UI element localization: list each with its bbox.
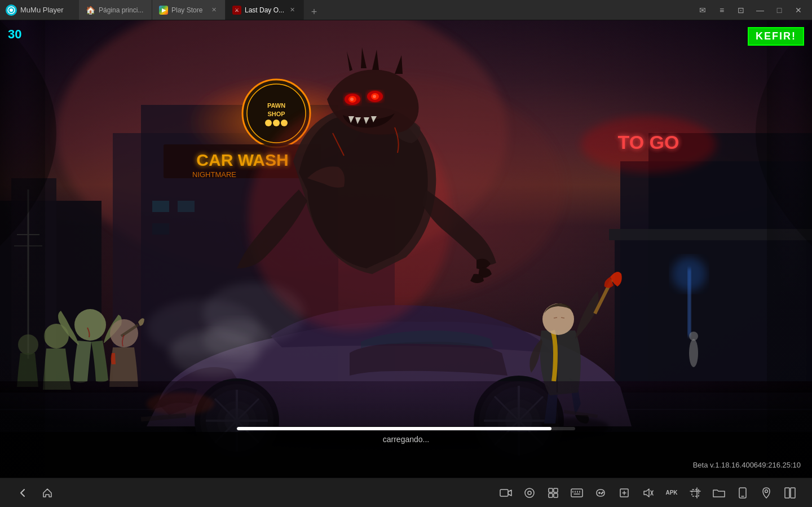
svg-point-103	[601, 492, 603, 494]
svg-point-18	[273, 120, 280, 126]
svg-rect-24	[178, 201, 195, 212]
svg-text:NIGHTMARE: NIGHTMARE	[192, 170, 236, 179]
close-button[interactable]: ✕	[789, 2, 807, 18]
svg-rect-87	[500, 490, 508, 496]
titlebar: MuMu Player 🏠 Página princi... ▶ Play St…	[0, 0, 812, 20]
svg-point-33	[672, 257, 706, 291]
svg-point-112	[765, 490, 768, 492]
playstore-tab-icon: ▶	[159, 6, 168, 15]
svg-text:TO GO: TO GO	[618, 131, 679, 153]
svg-point-88	[525, 488, 534, 497]
svg-line-75	[561, 318, 564, 318]
home-button[interactable]	[36, 482, 59, 504]
restore-button[interactable]: ⊡	[732, 2, 750, 18]
tab-playstore-close[interactable]: ✕	[209, 6, 218, 15]
svg-rect-93	[554, 493, 558, 497]
svg-point-69	[350, 98, 354, 101]
svg-rect-113	[785, 488, 789, 498]
keyboard-button[interactable]	[566, 482, 588, 504]
tab-lastday-close[interactable]: ✕	[288, 6, 297, 15]
maximize-button[interactable]: □	[770, 2, 788, 18]
svg-point-17	[265, 120, 272, 126]
phone-button[interactable]	[732, 482, 753, 504]
loading-text: carregando...	[383, 435, 430, 444]
svg-point-35	[689, 332, 698, 341]
svg-rect-91	[554, 488, 558, 492]
minimize-button[interactable]: —	[751, 2, 769, 18]
svg-rect-94	[571, 489, 582, 497]
svg-rect-114	[791, 488, 795, 498]
share-button[interactable]	[542, 482, 564, 504]
home-tab-icon: 🏠	[86, 6, 95, 15]
multiwindow-button[interactable]	[779, 482, 801, 504]
tab-lastday-label: Last Day O...	[245, 6, 284, 14]
crop-button[interactable]	[685, 482, 706, 504]
svg-point-1	[10, 8, 13, 12]
svg-rect-90	[549, 488, 553, 492]
loading-bar-fill	[237, 427, 551, 430]
mail-button[interactable]: ✉	[694, 2, 712, 18]
svg-point-77	[44, 324, 69, 349]
logo-icon	[6, 5, 17, 16]
folder-button[interactable]	[708, 482, 730, 504]
tab-lastday[interactable]: ⚔ Last Day O... ✕	[226, 0, 304, 20]
svg-text:PAWN: PAWN	[267, 102, 285, 109]
version-text: Beta v.1.18.16.400649:216.25:10	[693, 461, 801, 469]
resize-button[interactable]	[614, 482, 635, 504]
tab-home-label: Página princi...	[99, 6, 143, 14]
gamepad-button[interactable]	[590, 482, 611, 504]
svg-point-70	[373, 95, 376, 98]
add-tab-button[interactable]: +	[306, 4, 322, 20]
svg-text:SHOP: SHOP	[267, 111, 285, 117]
app-name: MuMu Player	[20, 6, 64, 14]
tab-playstore-label: Play Store	[171, 6, 202, 14]
svg-rect-25	[152, 223, 169, 235]
svg-line-74	[554, 318, 557, 318]
svg-rect-92	[549, 493, 553, 497]
svg-point-19	[281, 120, 288, 126]
video-record-button[interactable]	[495, 482, 517, 504]
game-viewport[interactable]: PAWN SHOP CAR WASH NIGHTMARE TO GO	[0, 20, 812, 478]
svg-point-89	[528, 491, 531, 495]
fps-counter: 30	[8, 27, 21, 42]
kefir-logo: KEFIR!	[748, 27, 804, 46]
tool-buttons: APK	[495, 482, 801, 504]
svg-point-34	[689, 339, 698, 367]
location-button[interactable]	[756, 482, 777, 504]
nav-buttons	[11, 482, 59, 504]
game-tab-icon: ⚔	[232, 6, 241, 15]
svg-rect-107	[692, 490, 699, 496]
window-controls: ✉ ≡ ⊡ — □ ✕	[694, 2, 812, 18]
volume-button[interactable]	[637, 482, 659, 504]
tab-playstore[interactable]: ▶ Play Store ✕	[152, 0, 226, 20]
svg-point-76	[74, 309, 106, 341]
settings-button[interactable]	[519, 482, 540, 504]
bottom-toolbar: APK	[0, 478, 812, 507]
game-scene-svg: PAWN SHOP CAR WASH NIGHTMARE TO GO	[0, 20, 812, 478]
tab-home[interactable]: 🏠 Página princi...	[79, 0, 152, 20]
loading-bar-background	[237, 427, 575, 430]
app-logo: MuMu Player	[0, 5, 79, 16]
apk-button[interactable]: APK	[661, 482, 682, 504]
back-button[interactable]	[11, 482, 34, 504]
tabs-area: 🏠 Página princi... ▶ Play Store ✕ ⚔ Last…	[79, 0, 694, 20]
loading-area: carregando...	[237, 427, 575, 444]
menu-button[interactable]: ≡	[713, 2, 731, 18]
svg-rect-23	[152, 201, 169, 212]
